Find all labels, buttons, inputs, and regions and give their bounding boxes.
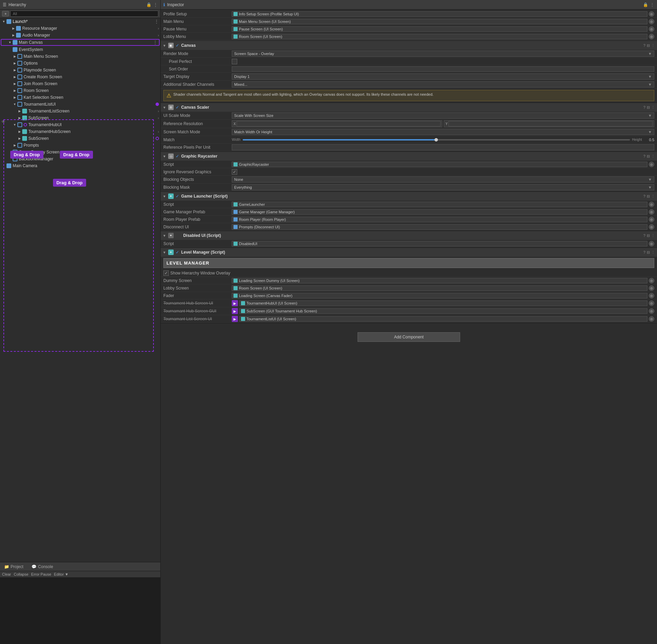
- tree-item-options[interactable]: ▶ Options: [0, 60, 160, 67]
- editor-dropdown[interactable]: Editor ▼: [54, 572, 69, 576]
- input-ref-pixels[interactable]: 100: [232, 144, 654, 150]
- select-target-display[interactable]: Display 1 ▼: [232, 73, 654, 80]
- obj-ref-disconnect[interactable]: Prompts (Disconnect UI): [232, 224, 647, 230]
- obj-ref-profile-setup[interactable]: Info Setup Screen (Profile Setup UI): [232, 11, 647, 17]
- ref-circle-btn[interactable]: ◎: [649, 217, 654, 222]
- launcher-check[interactable]: ✓: [176, 194, 179, 199]
- select-screen-match-mode[interactable]: Match Width Or Height ▼: [232, 129, 654, 135]
- tree-item-room-screen[interactable]: ▶ Room Screen: [0, 87, 160, 94]
- game-launcher-header[interactable]: ▼ ✦ ✓ Game Launcher (Script) ? ⊟ ⋮: [161, 192, 657, 201]
- ref-circle-btn[interactable]: ◎: [649, 26, 654, 32]
- help-icon[interactable]: ?: [643, 233, 645, 238]
- obj-ref-room-player[interactable]: Room Player (Room Player): [232, 217, 647, 222]
- tree-item-kart-selection-screen[interactable]: ▶ Kart Selection Screen: [0, 94, 160, 101]
- ref-circle-btn[interactable]: ◎: [649, 224, 654, 230]
- more-icon[interactable]: ⋮: [651, 154, 655, 159]
- more-icon[interactable]: ⋮: [650, 2, 654, 7]
- level-manager-header[interactable]: ▼ ✦ ✓ Level Manager (Script) ? ⊟ ⋮: [161, 248, 657, 257]
- tree-item-resource-manager[interactable]: ▶ Resource Manager ›: [0, 25, 160, 32]
- ref-circle-btn[interactable]: ◎: [649, 293, 654, 298]
- arrow-btn-hub-gui[interactable]: ▶: [232, 308, 238, 314]
- ref-circle-btn[interactable]: ◎: [649, 202, 654, 207]
- add-button[interactable]: +: [2, 11, 9, 16]
- tree-item-tournament-list-ui[interactable]: ▼ TournamentListUI: [0, 101, 160, 108]
- select-ui-scale-mode[interactable]: Scale With Screen Size ▼: [232, 112, 654, 119]
- tree-item-join-room-screen[interactable]: ▶ Join Room Screen: [0, 80, 160, 87]
- help-icon[interactable]: ?: [643, 250, 645, 255]
- scaler-check[interactable]: ✓: [176, 105, 179, 110]
- ref-circle-btn[interactable]: ◎: [649, 285, 654, 291]
- settings-icon[interactable]: ⊟: [647, 154, 650, 159]
- canvas-check[interactable]: ✓: [176, 43, 179, 48]
- settings-icon[interactable]: ⊟: [647, 250, 650, 255]
- ref-circle-btn[interactable]: ◎: [649, 11, 654, 17]
- more-icon[interactable]: ⋮: [651, 105, 655, 110]
- help-icon[interactable]: ?: [643, 154, 645, 159]
- obj-ref-script[interactable]: GameLauncher: [232, 202, 647, 207]
- help-icon[interactable]: ?: [643, 43, 645, 48]
- settings-icon[interactable]: ⊟: [647, 194, 650, 199]
- search-input[interactable]: [10, 11, 158, 17]
- obj-ref-pause-menu[interactable]: Pause Screen (UI Screen): [232, 26, 647, 32]
- obj-ref-hub-gui[interactable]: SubScreen (GUI Tournament Hub Screen): [239, 308, 647, 314]
- select-render-mode[interactable]: Screen Space - Overlay ▼: [232, 51, 654, 57]
- settings-icon[interactable]: ⊟: [647, 43, 650, 48]
- checkbox-ignore-reversed[interactable]: ✓: [232, 169, 237, 175]
- ref-circle-btn[interactable]: ◎: [649, 278, 654, 283]
- tab-project[interactable]: 📁 Project: [0, 562, 27, 571]
- settings-icon[interactable]: ⊟: [647, 233, 650, 238]
- y-field[interactable]: Y 1080: [444, 120, 654, 127]
- ref-circle-btn[interactable]: ◎: [649, 308, 654, 314]
- lock-icon[interactable]: 🔒: [643, 2, 648, 7]
- tree-item-main-camera[interactable]: Main Camera: [0, 162, 160, 169]
- tree-item-main-menu-screen[interactable]: ▶ Main Menu Screen: [0, 53, 160, 60]
- arrow-btn-list-ui[interactable]: ▶: [232, 316, 238, 322]
- disabled-ui-header[interactable]: ▼ ✦ Disabled UI (Script) ? ⊟ ⋮: [161, 231, 657, 240]
- tree-item-main-canvas[interactable]: ▼ Main Canvas ⋮: [1, 39, 160, 46]
- raycaster-check[interactable]: ✓: [176, 154, 179, 159]
- slider-track[interactable]: [243, 139, 630, 140]
- slider-thumb[interactable]: [434, 138, 438, 142]
- clear-btn[interactable]: Clear: [2, 572, 11, 576]
- ref-circle-btn[interactable]: ◎: [649, 241, 654, 246]
- obj-ref-dummy-screen[interactable]: Loading Screen Dummy (UI Screen): [232, 278, 647, 283]
- x-input[interactable]: 1920: [237, 121, 441, 126]
- checkbox-pixel-perfect[interactable]: [232, 59, 237, 64]
- select-blocking-mask[interactable]: Everything ▼: [232, 184, 654, 190]
- tree-item-event-system[interactable]: EventSystem: [0, 46, 160, 53]
- obj-ref-fader[interactable]: Loading Screen (Canvas Fader): [232, 293, 647, 298]
- level-check[interactable]: ✓: [176, 250, 179, 255]
- ref-circle-btn[interactable]: ◎: [649, 34, 654, 39]
- more-icon[interactable]: ⋮: [651, 194, 655, 199]
- obj-ref-lobby-menu[interactable]: Room Screen (UI Screen): [232, 34, 647, 39]
- collapse-btn[interactable]: Collapse: [14, 572, 28, 576]
- ref-circle-btn[interactable]: ◎: [649, 300, 654, 306]
- more-icon[interactable]: ⋮: [651, 250, 655, 255]
- dots[interactable]: ⋮: [153, 40, 159, 45]
- tree-item-backbone-manager[interactable]: BackboneManager: [0, 156, 160, 162]
- tree-item-tournament-hub-screen[interactable]: ▶ TournamentHubScreen ›: [0, 128, 160, 135]
- arrow-btn-hub-ui[interactable]: ▶: [232, 300, 238, 306]
- more-icon[interactable]: ⋮: [651, 43, 655, 48]
- ref-circle-btn[interactable]: ◎: [649, 316, 654, 322]
- tree-item-tournament-list-screen[interactable]: ▶ TournamentListScreen ›: [0, 108, 160, 115]
- help-icon[interactable]: ?: [643, 105, 645, 110]
- error-pause-btn[interactable]: Error Pause: [31, 572, 51, 576]
- obj-ref-main-menu[interactable]: Main Menu Screen (UI Screen): [232, 19, 647, 24]
- y-input[interactable]: 1080: [448, 121, 653, 126]
- tree-item-playmode-screen[interactable]: ▶ Playmode Screen: [0, 67, 160, 73]
- tree-item-game-dummy-screen[interactable]: Game Dummy Screen: [0, 149, 160, 156]
- settings-icon[interactable]: ⊟: [647, 105, 650, 110]
- tree-item-audio-manager[interactable]: ▶ Audio Manager ›: [0, 32, 160, 39]
- checkbox-show-hierarchy[interactable]: ✓: [163, 270, 169, 276]
- tree-item-create-room-screen[interactable]: ▶ Create Room Screen: [0, 73, 160, 80]
- ref-circle-btn[interactable]: ◎: [649, 162, 654, 167]
- graphic-raycaster-header[interactable]: ▼ ⊹ ✓ Graphic Raycaster ? ⊟ ⋮: [161, 152, 657, 161]
- select-additional-shader[interactable]: Mixed... ▼: [232, 81, 654, 88]
- obj-ref-lobby-screen[interactable]: Room Screen (UI Screen): [232, 285, 647, 291]
- input-sort-order[interactable]: 1: [232, 66, 654, 72]
- canvas-scaler-header[interactable]: ▼ ⊞ ✓ Canvas Scaler ? ⊟ ⋮: [161, 103, 657, 112]
- tree-item-launch[interactable]: ▼ Launch* ⋮: [0, 18, 160, 25]
- ref-circle-btn[interactable]: ◎: [649, 19, 654, 24]
- more-icon[interactable]: ⋮: [651, 233, 655, 238]
